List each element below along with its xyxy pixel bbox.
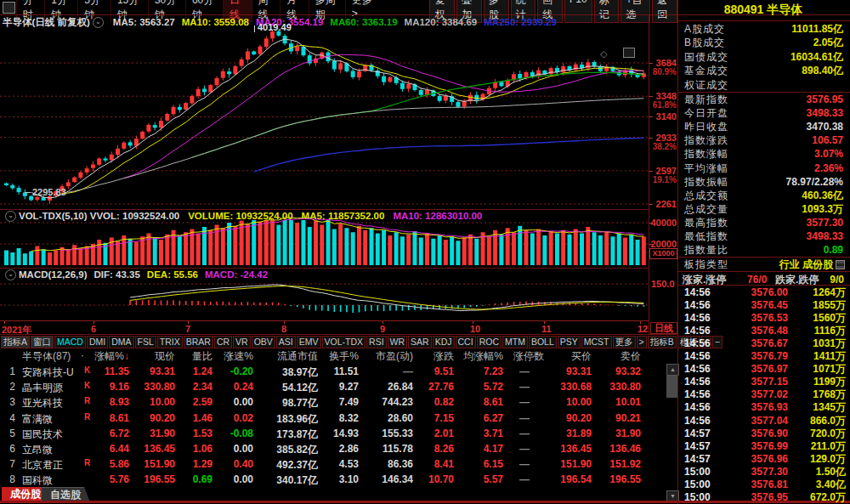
- macd-axis-label: 150.0: [651, 279, 675, 289]
- tick-row[interactable]: 14:563576.451855万: [679, 299, 848, 312]
- tick-row[interactable]: 14:563577.04866.0万: [679, 415, 848, 428]
- macd-chart[interactable]: [0, 268, 649, 320]
- table-row[interactable]: 3亚光科技R8.9310.002.590.0098.77亿7.49744.230…: [0, 396, 677, 411]
- column-header-涨速%[interactable]: 涨速%: [214, 349, 253, 364]
- toolbar-button-返回[interactable]: 返回: [652, 0, 677, 23]
- tick-row[interactable]: 14:573576.96129.0万: [679, 453, 848, 466]
- table-group-label[interactable]: 半导体(87): [22, 349, 82, 364]
- indicator-tab-EMV[interactable]: EMV: [297, 336, 321, 348]
- column-header-现价[interactable]: 现价: [134, 349, 175, 364]
- candlestick-chart[interactable]: [0, 15, 649, 209]
- indicator-tab-KDJ[interactable]: KDJ: [433, 336, 455, 348]
- indicator-tab-窗口[interactable]: 窗口: [31, 336, 54, 348]
- tick-row[interactable]: 14:563576.931345万: [679, 401, 848, 414]
- cell-涨速%: 0.00: [214, 443, 253, 455]
- indicator-tab-VR[interactable]: VR: [233, 336, 251, 348]
- table-row[interactable]: 6立昂微6.44136.451.060.00385.82亿2.86115.788…: [0, 443, 677, 458]
- diamond-icon[interactable]: ◇: [600, 48, 607, 59]
- restore-window-icon[interactable]: [623, 48, 635, 58]
- cell-量比: 1.53: [178, 428, 212, 439]
- tick-row[interactable]: 14:563576.971071万: [679, 363, 848, 376]
- indicator-tab-ROC[interactable]: ROC: [477, 336, 502, 348]
- indicator-tab-BRAR[interactable]: BRAR: [184, 336, 213, 348]
- window-icon[interactable]: [3, 2, 15, 14]
- tick-row[interactable]: 15:003576.813.40亿: [679, 479, 848, 491]
- tick-time: 14:56: [684, 299, 711, 312]
- tick-row[interactable]: 15:003576.95672.0万: [679, 491, 848, 504]
- cell-涨停数: —: [505, 473, 544, 485]
- column-header-涨停数[interactable]: 涨停数: [505, 349, 544, 364]
- tick-price: 3576.00: [727, 286, 788, 299]
- tick-row[interactable]: 14:573576.99211.0万: [679, 440, 848, 453]
- stat-label: A股成交: [684, 22, 725, 36]
- column-header-涨跌[interactable]: 涨跌: [415, 349, 454, 364]
- stat-row: 总成交额460.36亿: [679, 189, 848, 202]
- cell-现价: 196.55: [134, 473, 175, 485]
- table-scrollbar-thumb[interactable]: [666, 376, 677, 398]
- column-header-卖价[interactable]: 卖价: [593, 349, 641, 364]
- indicator-tab-更多[interactable]: 更多: [613, 336, 636, 348]
- column-header-量比[interactable]: 量比: [178, 349, 212, 364]
- indicator-tab-OBV[interactable]: OBV: [252, 336, 275, 348]
- cell-现价: 10.00: [134, 396, 175, 408]
- indicator-tab->[interactable]: >: [637, 336, 647, 348]
- stat-value: 3.07%: [814, 147, 843, 161]
- tick-volume: 1411万: [790, 350, 846, 363]
- indicator-tab-BOLL[interactable]: BOLL: [529, 336, 557, 348]
- column-header-买价[interactable]: 买价: [546, 349, 592, 364]
- tick-row[interactable]: 14:563576.001264万: [679, 286, 848, 299]
- tick-row[interactable]: 15:003577.301.50亿: [679, 466, 848, 479]
- stat-value: 78.97/2.28%: [786, 175, 843, 189]
- tick-row[interactable]: 14:563577.151199万: [679, 376, 848, 388]
- indicator-tab-DMI[interactable]: DMI: [87, 336, 108, 348]
- cell-涨停数: —: [505, 365, 544, 377]
- symbol-name: 半导体: [767, 3, 802, 16]
- indicator-tab-DMA[interactable]: DMA: [109, 336, 133, 348]
- column-header-市盈(动)[interactable]: 市盈(动): [360, 349, 413, 364]
- table-row[interactable]: 8国科微5.76196.550.690.00340.17亿3.10146.341…: [0, 473, 677, 489]
- tick-row[interactable]: 14:563576.671031万: [679, 337, 848, 350]
- column-header-流通市值[interactable]: 流通市值: [255, 349, 318, 364]
- indicator-tab-RSI[interactable]: RSI: [366, 336, 387, 348]
- stat-row: 国债成交16034.61亿: [679, 50, 848, 64]
- table-row[interactable]: 1安路科技-UK11.3593.311.24-0.2038.97亿11.51—9…: [0, 365, 677, 381]
- indicator-tab-指标A[interactable]: 指标A: [1, 336, 30, 348]
- indicator-tab-MACD[interactable]: MACD: [54, 336, 86, 348]
- indicator-tab-ASI[interactable]: ASI: [276, 336, 296, 348]
- row-index: 3: [2, 396, 15, 408]
- cell-卖价: 136.46: [593, 443, 641, 455]
- volume-chart[interactable]: [0, 209, 649, 268]
- indicator-tab-WR[interactable]: WR: [388, 336, 408, 348]
- tick-row[interactable]: 14:563577.021768万: [679, 388, 848, 401]
- indicator-tab-PSY[interactable]: PSY: [558, 336, 581, 348]
- tick-row[interactable]: 14:563576.531560万: [679, 312, 848, 325]
- fib-percent-label: 61.8%: [648, 100, 677, 110]
- indicator-tab-TRIX[interactable]: TRIX: [157, 336, 183, 348]
- column-header-涨幅%[interactable]: 涨幅%↓: [88, 349, 129, 364]
- board-grid-icon[interactable]: [836, 260, 845, 269]
- table-row[interactable]: 2晶丰明源K9.16330.802.340.2454.12亿9.2726.842…: [0, 381, 677, 396]
- indicator-tab-FSL[interactable]: FSL: [135, 336, 156, 348]
- trading-terminal: 分时1分钟5分钟15分钟30分钟60分钟日线周线月线多周期更多 > 复权叠加多股…: [0, 0, 850, 504]
- table-row[interactable]: 7北京君正R5.86151.901.290.40492.37亿4.5386.36…: [0, 458, 677, 473]
- indicator-tab-CR[interactable]: CR: [214, 336, 232, 348]
- column-header-换手%[interactable]: 换手%: [320, 349, 359, 364]
- column-header-均涨幅%[interactable]: 均涨幅%: [456, 349, 503, 364]
- tick-row[interactable]: 14:563576.791411万: [679, 350, 848, 363]
- stat-value: 898.40亿: [802, 64, 843, 77]
- cell-均涨幅%: 6.15: [456, 458, 503, 470]
- indicator-tab-SAR[interactable]: SAR: [408, 336, 432, 348]
- cell-卖价: 10.01: [593, 396, 641, 408]
- tick-row[interactable]: 14:573576.90720.0万: [679, 428, 848, 440]
- period-indicator-box[interactable]: 日线: [650, 322, 677, 334]
- tick-row[interactable]: 14:563576.481116万: [679, 325, 848, 337]
- indicator-tab-指标B[interactable]: 指标B: [648, 336, 677, 348]
- indicator-tab-MTM[interactable]: MTM: [502, 336, 528, 348]
- indicator-tab-CCI[interactable]: CCI: [456, 336, 476, 348]
- indicator-tab-MCST[interactable]: MCST: [581, 336, 612, 348]
- cell-量比: 1.46: [178, 412, 212, 424]
- cell-换手%: 4.53: [320, 458, 359, 470]
- indicator-tab-VOL-TDX[interactable]: VOL-TDX: [322, 336, 366, 348]
- table-row[interactable]: 4富满微R8.6190.201.460.02183.96亿8.3228.607.…: [0, 412, 677, 428]
- table-row[interactable]: 5国民技术6.7231.901.53-0.08173.87亿14.93155.3…: [0, 428, 677, 443]
